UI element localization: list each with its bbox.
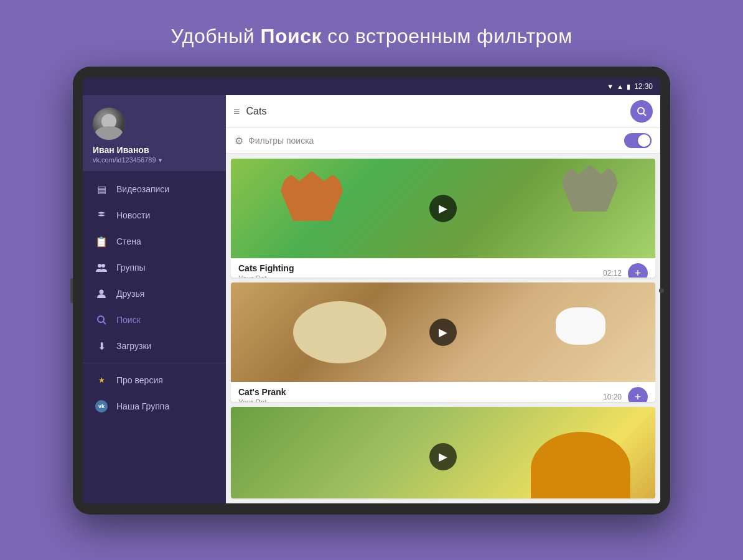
sidebar-item-label: Наша Группа xyxy=(116,401,169,411)
play-button-2[interactable]: ▶ xyxy=(429,319,457,346)
play-button-1[interactable]: ▶ xyxy=(429,195,457,222)
sidebar-item-label: Друзья xyxy=(116,289,144,299)
video-thumbnail-3[interactable]: ▶ xyxy=(231,407,655,498)
search-icon xyxy=(95,314,108,326)
sidebar-item-pro[interactable]: ★ Про версия xyxy=(83,367,226,393)
status-time: 12:30 xyxy=(634,82,653,91)
video-channel-1: Your Pet xyxy=(238,274,603,278)
downloads-icon: ⬇ xyxy=(95,340,108,352)
video-meta-2: Cat's Prank Your Pet xyxy=(238,387,603,401)
search-input[interactable] xyxy=(246,106,624,117)
battery-icon: ▮ xyxy=(627,83,630,91)
user-header: Иван Иванов vk.com/id123456789 ▾ xyxy=(83,95,226,171)
nav-menu: ▤ Видеозаписи Новости 📋 xyxy=(83,171,226,503)
video-info-2: Cat's Prank Your Pet 10:20 + xyxy=(231,382,655,401)
add-button-2[interactable]: + xyxy=(628,387,648,401)
avatar xyxy=(93,108,125,140)
video-thumbnail-2[interactable]: ▶ xyxy=(231,282,655,382)
sidebar: Иван Иванов vk.com/id123456789 ▾ ▤ Видео… xyxy=(83,95,226,503)
play-button-3[interactable]: ▶ xyxy=(429,443,457,470)
add-button-1[interactable]: + xyxy=(628,263,648,278)
sidebar-item-downloads[interactable]: ⬇ Загрузки xyxy=(83,333,226,359)
video-duration-1: 02:12 xyxy=(603,269,622,278)
sidebar-item-label: Поиск xyxy=(116,315,141,325)
svg-point-2 xyxy=(100,290,104,294)
tablet-screen: ▼ ▲ ▮ 12:30 Иван Иванов vk.com/id1234567… xyxy=(83,78,660,503)
page-title: Удобный Поиск со встроенным фильтром xyxy=(171,25,572,48)
svg-point-3 xyxy=(98,316,104,322)
wall-icon: 📋 xyxy=(95,235,108,248)
toggle-knob xyxy=(638,134,650,147)
video-card-2: ▶ Cat's Prank Your Pet 10:20 + xyxy=(231,282,655,401)
filter-left: ⚙ Фильтры поиска xyxy=(235,135,314,147)
main-area: Иван Иванов vk.com/id123456789 ▾ ▤ Видео… xyxy=(83,95,660,503)
video-list: ▶ Cats Fighting Your Pet 02:12 + xyxy=(226,154,660,503)
user-id: vk.com/id123456789 xyxy=(93,156,156,164)
sidebar-item-label: Стена xyxy=(116,236,141,246)
video-right-1: 02:12 + xyxy=(603,263,648,278)
svg-line-4 xyxy=(103,322,106,324)
video-title-2: Cat's Prank xyxy=(238,387,603,397)
filter-label: Фильтры поиска xyxy=(248,136,314,146)
sidebar-item-label: Про версия xyxy=(116,375,163,385)
sidebar-item-videos[interactable]: ▤ Видеозаписи xyxy=(83,176,226,202)
filter-bar: ⚙ Фильтры поиска xyxy=(226,128,660,154)
status-icons: ▼ ▲ ▮ xyxy=(607,83,630,91)
news-icon xyxy=(95,209,108,222)
star-icon: ★ xyxy=(95,374,108,386)
video-title-1: Cats Fighting xyxy=(238,263,603,273)
sidebar-item-label: Загрузки xyxy=(116,341,151,351)
filter-toggle[interactable] xyxy=(624,133,652,148)
svg-point-5 xyxy=(638,108,644,114)
svg-line-6 xyxy=(643,113,646,116)
user-name: Иван Иванов xyxy=(93,145,216,155)
sidebar-item-label: Группы xyxy=(116,263,146,273)
video-meta-1: Cats Fighting Your Pet xyxy=(238,263,603,278)
wifi-icon: ▼ xyxy=(607,83,614,90)
sidebar-item-label: Новости xyxy=(116,210,150,220)
video-channel-2: Your Pet xyxy=(238,398,603,401)
sidebar-item-group[interactable]: vk Наша Группа xyxy=(83,393,226,419)
groups-icon xyxy=(95,261,108,274)
user-id-row: vk.com/id123456789 ▾ xyxy=(93,156,216,164)
vk-icon: vk xyxy=(95,400,108,413)
svg-point-1 xyxy=(101,264,105,268)
tablet-frame: ▼ ▲ ▮ 12:30 Иван Иванов vk.com/id1234567… xyxy=(73,67,670,515)
chevron-down-icon[interactable]: ▾ xyxy=(159,157,162,164)
tablet-camera xyxy=(659,288,664,293)
sidebar-item-label: Видеозаписи xyxy=(116,184,169,194)
nav-divider xyxy=(83,363,226,363)
content-area: ≡ ⚙ Фильтры поиска xyxy=(226,95,660,503)
video-thumbnail-1[interactable]: ▶ xyxy=(231,159,655,258)
sidebar-item-news[interactable]: Новости xyxy=(83,202,226,228)
menu-icon[interactable]: ≡ xyxy=(233,105,240,118)
sidebar-item-friends[interactable]: Друзья xyxy=(83,281,226,307)
search-button[interactable] xyxy=(630,100,653,123)
video-right-2: 10:20 + xyxy=(603,387,648,401)
search-bar: ≡ xyxy=(226,95,660,128)
video-info-1: Cats Fighting Your Pet 02:12 + xyxy=(231,258,655,278)
tablet-side-button xyxy=(70,278,73,303)
status-bar: ▼ ▲ ▮ 12:30 xyxy=(83,78,660,95)
filter-icon: ⚙ xyxy=(235,135,243,147)
avatar-image xyxy=(93,108,125,140)
signal-icon: ▲ xyxy=(617,83,624,90)
friends-icon xyxy=(95,287,108,300)
video-card-3: ▶ xyxy=(231,407,655,498)
video-duration-2: 10:20 xyxy=(603,393,622,401)
sidebar-item-groups[interactable]: Группы xyxy=(83,254,226,281)
videos-icon: ▤ xyxy=(95,183,108,195)
sidebar-item-wall[interactable]: 📋 Стена xyxy=(83,228,226,254)
video-card-1: ▶ Cats Fighting Your Pet 02:12 + xyxy=(231,159,655,278)
sidebar-item-search[interactable]: Поиск xyxy=(83,307,226,333)
svg-point-0 xyxy=(98,264,101,268)
